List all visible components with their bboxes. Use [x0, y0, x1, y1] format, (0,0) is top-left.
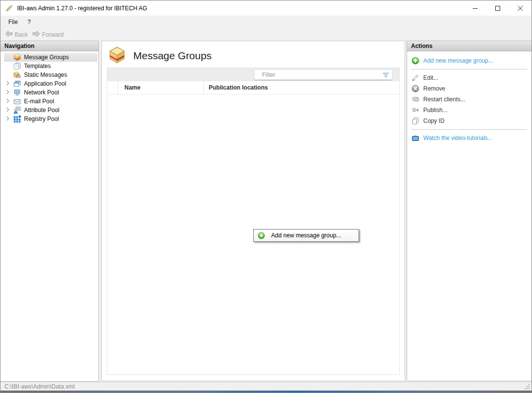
action-add-new-message-group[interactable]: Add new message group... [407, 55, 532, 66]
sidebar-item-application-pool[interactable]: Application Pool [4, 79, 97, 88]
forward-label: Forward [42, 31, 64, 38]
templates-icon [13, 62, 21, 70]
page-title: Message Groups [133, 50, 212, 62]
network-pool-icon [13, 89, 21, 96]
table-header: Name Publication locations [107, 81, 399, 94]
sidebar-item-label: E-mail Pool [24, 98, 54, 105]
statusbar: C:\IBI-aws\Admin\Data.xml [0, 382, 532, 391]
filter-bar [107, 68, 399, 81]
page-title-row: Message Groups [102, 41, 405, 66]
sidebar-item-label: Application Pool [24, 80, 66, 87]
maximize-button[interactable] [486, 0, 509, 16]
app-window: IBI-aws Admin 1.27.0 - registered for IB… [0, 0, 532, 393]
restart-clients-icon [411, 95, 419, 103]
toolbar: Back Forward [0, 28, 532, 41]
static-messages-icon [13, 71, 21, 79]
add-icon [258, 232, 265, 239]
window-controls [464, 0, 532, 16]
add-message-group-floating-button[interactable]: Add new message group... [253, 229, 359, 242]
floating-button-label: Add new message group... [271, 232, 341, 239]
close-icon [518, 4, 523, 13]
minimize-icon [473, 4, 478, 13]
application-pool-icon [13, 80, 21, 88]
actions-separator [411, 129, 527, 130]
main-panel: Message Groups Name [101, 41, 405, 381]
chevron-right-icon[interactable] [6, 98, 10, 105]
action-publish[interactable]: Publish... [407, 105, 532, 116]
copy-id-icon [411, 117, 419, 125]
filter-input[interactable] [255, 71, 382, 78]
attribute-pool-icon [13, 106, 21, 114]
forward-button[interactable]: Forward [32, 30, 64, 39]
action-watch-video-tutorials[interactable]: Watch the video-tutorials... [407, 133, 532, 143]
back-arrow-icon [5, 30, 13, 39]
navigation-panel: Navigation Message Groups [0, 41, 99, 382]
back-button[interactable]: Back [5, 30, 28, 39]
action-label: Restart clients... [423, 96, 465, 103]
action-label: Edit... [423, 74, 438, 81]
sidebar-item-label: Registry Pool [24, 116, 59, 122]
action-label: Watch the video-tutorials... [423, 135, 493, 141]
add-icon [411, 57, 419, 65]
edit-icon [411, 74, 419, 82]
chevron-right-icon[interactable] [6, 116, 10, 122]
message-groups-icon [108, 46, 126, 66]
chevron-right-icon[interactable] [6, 80, 10, 87]
quill-icon [5, 4, 13, 12]
message-groups-grid: Name Publication locations [107, 68, 400, 375]
sidebar-item-templates[interactable]: Templates [4, 62, 97, 70]
action-label: Publish... [423, 107, 447, 114]
actions-header: Actions [407, 41, 532, 51]
column-header-name[interactable]: Name [118, 81, 204, 94]
registry-pool-icon [13, 115, 21, 123]
back-label: Back [15, 31, 28, 38]
column-header-icon [107, 81, 118, 94]
video-tutorials-icon [411, 134, 419, 142]
filter-funnel-icon[interactable] [382, 71, 389, 79]
sidebar-item-label: Attribute Pool [24, 107, 59, 114]
action-edit[interactable]: Edit... [407, 72, 532, 83]
chevron-right-icon[interactable] [6, 107, 10, 114]
actions-separator [411, 69, 527, 69]
navigation-header: Navigation [0, 41, 98, 51]
sidebar-item-email-pool[interactable]: E-mail Pool [4, 97, 97, 106]
navigation-list: Message Groups Templates [0, 51, 98, 123]
action-label: Remove [423, 85, 445, 92]
sidebar-item-label: Message Groups [24, 54, 69, 61]
window-bottom-border [0, 391, 532, 393]
sidebar-item-label: Network Pool [24, 89, 59, 96]
menubar: File ? [0, 16, 532, 28]
remove-icon [411, 85, 419, 92]
action-copy-id[interactable]: Copy ID [407, 116, 532, 126]
column-header-publication-locations[interactable]: Publication locations [204, 81, 399, 94]
sidebar-item-registry-pool[interactable]: Registry Pool [4, 115, 97, 123]
chevron-right-icon[interactable] [6, 89, 10, 96]
email-pool-icon [13, 97, 21, 105]
actions-list: Add new message group... Edit... [407, 51, 532, 143]
close-button[interactable] [509, 0, 532, 16]
sidebar-item-static-messages[interactable]: Static Messages [4, 70, 97, 79]
resize-grip[interactable] [524, 383, 531, 390]
filter-box [254, 69, 392, 80]
maximize-icon [495, 4, 500, 13]
minimize-button[interactable] [464, 0, 486, 16]
sidebar-item-network-pool[interactable]: Network Pool [4, 88, 97, 97]
publish-icon [411, 106, 419, 114]
forward-arrow-icon [32, 30, 40, 39]
titlebar: IBI-aws Admin 1.27.0 - registered for IB… [0, 0, 532, 16]
message-groups-icon [13, 53, 21, 61]
status-file-path: C:\IBI-aws\Admin\Data.xml [4, 383, 74, 390]
menu-item-help[interactable]: ? [23, 17, 35, 27]
sidebar-item-attribute-pool[interactable]: Attribute Pool [4, 106, 97, 115]
sidebar-item-label: Static Messages [24, 71, 67, 78]
actions-panel: Actions Add new message group... [407, 41, 532, 381]
action-label: Copy ID [423, 117, 444, 124]
sidebar-item-message-groups[interactable]: Message Groups [4, 53, 97, 62]
window-title: IBI-aws Admin 1.27.0 - registered for IB… [17, 5, 147, 12]
action-restart-clients[interactable]: Restart clients... [407, 94, 532, 105]
action-label: Add new message group... [423, 57, 493, 64]
action-remove[interactable]: Remove [407, 83, 532, 94]
sidebar-item-label: Templates [24, 63, 51, 69]
menu-item-file[interactable]: File [4, 17, 22, 27]
